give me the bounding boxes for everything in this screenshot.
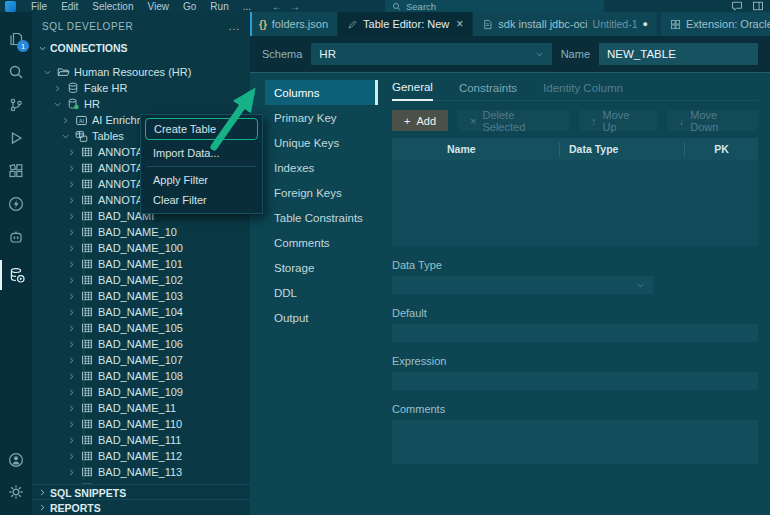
columns-grid-header: Name Data Type PK [392,138,758,160]
tab-constraints[interactable]: Constraints [459,82,517,100]
button-label: Move Down [690,109,746,133]
sidebar-sash[interactable] [250,12,252,36]
nav-primary-key[interactable]: Primary Key [265,105,378,130]
tree-item-label: BAD_NAME_10 [98,226,177,238]
section-reports[interactable]: REPORTS [32,499,250,515]
tree-item-label: Tables [92,130,124,142]
chevron-down-icon [42,68,52,77]
chevron-right-icon [52,84,62,93]
data-type-select[interactable] [392,276,653,294]
tree-item-bad-name-112[interactable]: BAD_NAME_112 [32,448,250,464]
tree-item-bad-name-106[interactable]: BAD_NAME_106 [32,336,250,352]
menu-run[interactable]: Run [203,1,235,12]
activity-account-icon[interactable] [0,445,32,475]
layout-panel-icon[interactable] [752,0,764,12]
tree-item-bad-name-111[interactable]: BAD_NAME_111 [32,432,250,448]
menu-selection[interactable]: Selection [85,1,140,12]
menu-[interactable]: ... [236,1,258,12]
tree-item-human-resources-hr-[interactable]: Human Resources (HR) [32,64,250,80]
tab-identity-column[interactable]: Identity Column [543,82,623,100]
nav-ddl[interactable]: DDL [265,280,378,305]
tree-item-bad-name-104[interactable]: BAD_NAME_104 [32,304,250,320]
chevron-right-icon [66,436,76,445]
chat-icon[interactable] [731,0,743,12]
section-sql-snippets[interactable]: SQL SNIPPETS [32,484,250,500]
tab-extension-oracle-sql-developer[interactable]: Extension: Oracle SQL Developer [661,12,770,36]
nav-output[interactable]: Output [265,305,378,330]
activity-search-icon[interactable] [0,57,32,87]
section-connections[interactable]: CONNECTIONS [32,40,250,56]
nav-table-constraints[interactable]: Table Constraints [265,205,378,230]
activity-sql-developer-icon[interactable] [0,260,32,290]
history-arrows[interactable]: ←→ [272,1,308,12]
tree-item-bad-name-100[interactable]: BAD_NAME_100 [32,240,250,256]
columns-grid-body[interactable] [392,160,758,246]
activity-run-debug-icon[interactable] [0,123,32,153]
tree-item-bad-name-108[interactable]: BAD_NAME_108 [32,368,250,384]
add-button[interactable]: +Add [392,110,448,131]
title-bar: FileEditSelectionViewGoRun... ←→ Search [0,0,770,12]
tab-general[interactable]: General [392,81,433,101]
delete-selected-button[interactable]: ×Delete Selected [458,110,569,131]
tree-item-bad-name-109[interactable]: BAD_NAME_109 [32,384,250,400]
nav-indexes[interactable]: Indexes [265,155,378,180]
context-menu-import-data[interactable]: Import Data... [145,143,258,163]
activity-bolt-icon[interactable] [0,189,32,219]
tab-label: folders.json [272,18,328,30]
command-search-input[interactable]: Search [385,0,604,12]
tree-item-bad-name-11[interactable]: BAD_NAME_11 [32,400,250,416]
context-menu-clear-filter[interactable]: Clear Filter [145,190,258,210]
tree-item-bad-name-103[interactable]: BAD_NAME_103 [32,288,250,304]
activity-explorer-icon[interactable]: 1 [0,24,32,54]
tree-item-bad-name-101[interactable]: BAD_NAME_101 [32,256,250,272]
tree-item-bad-name-10[interactable]: BAD_NAME_10 [32,224,250,240]
tab-folders-json[interactable]: {}folders.json [250,12,338,36]
tree-item-bad-name-107[interactable]: BAD_NAME_107 [32,352,250,368]
activity-source-control-icon[interactable] [0,90,32,120]
tree-item-fake-hr[interactable]: Fake HR [32,80,250,96]
nav-storage[interactable]: Storage [265,255,378,280]
chevron-right-icon [66,356,76,365]
tables-icon [74,130,88,143]
tree-item-hr[interactable]: HR [32,96,250,112]
tab-table-editor-new[interactable]: Table Editor: New× [338,12,473,36]
chevron-right-icon [66,452,76,461]
schema-select[interactable]: HR [311,43,551,65]
menu-view[interactable]: View [141,1,177,12]
nav-unique-keys[interactable]: Unique Keys [265,130,378,155]
delete-selected-glyph-icon: × [470,115,476,127]
activity-assistant-icon[interactable] [0,222,32,252]
modified-dot-icon: ● [643,19,648,29]
chevron-down-icon [535,50,544,59]
button-label: Add [416,115,436,127]
tree-item-bad-name-102[interactable]: BAD_NAME_102 [32,272,250,288]
context-menu-create-table[interactable]: Create Table [145,118,258,140]
title-right-actions[interactable] [731,0,764,12]
activity-settings-icon[interactable] [0,477,32,507]
activity-extensions-icon[interactable] [0,156,32,186]
nav-columns[interactable]: Columns [265,80,376,105]
default-input[interactable] [392,324,758,342]
menu-go[interactable]: Go [176,1,203,12]
nav-foreign-keys[interactable]: Foreign Keys [265,180,378,205]
move-up-button[interactable]: ↑Move Up [579,110,657,131]
tree-item-bad-name-105[interactable]: BAD_NAME_105 [32,320,250,336]
nav-comments[interactable]: Comments [265,230,378,255]
table-editor-header: Schema HR Name NEW_TABLE [250,36,770,73]
tree-item-bad-name-113[interactable]: BAD_NAME_113 [32,464,250,480]
menu-file[interactable]: File [24,1,54,12]
tab-label: Table Editor: New [363,18,449,30]
comments-textarea[interactable] [392,420,758,464]
tree-item-bad-name-110[interactable]: BAD_NAME_110 [32,416,250,432]
table-name-input[interactable]: NEW_TABLE [599,43,758,65]
tab-sdk-install-jdbc-oci[interactable]: sdk install jdbc-ociUntitled-1● [473,12,658,36]
move-down-button[interactable]: ↓Move Down [667,110,758,131]
menu-edit[interactable]: Edit [54,1,85,12]
expression-input[interactable] [392,372,758,390]
vscode-logo-icon [5,1,16,12]
sidebar-more-actions[interactable]: ... [229,21,240,32]
chevron-right-icon [66,244,76,253]
close-icon[interactable]: × [456,17,463,31]
context-menu-apply-filter[interactable]: Apply Filter [145,170,258,190]
default-label: Default [392,307,758,319]
